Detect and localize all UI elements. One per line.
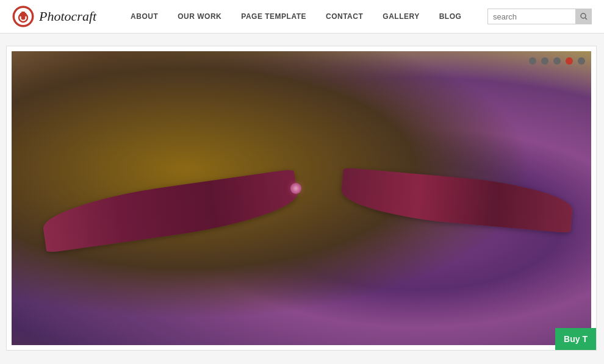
nav-item-our-work[interactable]: Our Work — [168, 12, 231, 21]
slide-background — [12, 51, 591, 345]
svg-point-6 — [581, 13, 586, 18]
nav-item-contact[interactable]: Contact — [316, 12, 373, 21]
flower-bud — [290, 183, 301, 194]
nav-item-gallery[interactable]: Gallery — [373, 12, 429, 21]
leaf-right — [339, 168, 574, 234]
main-content: Buy T — [0, 34, 604, 363]
slide-image — [12, 51, 591, 345]
leaf-left — [40, 169, 300, 253]
logo-icon — [12, 5, 34, 27]
svg-line-7 — [585, 18, 587, 20]
search-icon — [580, 13, 588, 20]
slide-dot-5[interactable] — [578, 57, 585, 65]
logo-link[interactable]: Photocraft — [12, 5, 96, 27]
slide-dot-2[interactable] — [541, 57, 548, 65]
site-header: Photocraft About Our Work Page Template … — [0, 0, 604, 34]
main-nav: About Our Work Page Template Contact Gal… — [121, 12, 487, 21]
search-area — [487, 9, 592, 24]
nav-item-blog[interactable]: Blog — [430, 12, 472, 21]
slide-dot-1[interactable] — [529, 57, 536, 65]
logo-text: Photocraft — [39, 9, 96, 24]
svg-rect-5 — [21, 12, 25, 13]
hero-slider: Buy T — [6, 46, 597, 351]
slide-dot-4[interactable] — [566, 57, 573, 65]
slide-dot-3[interactable] — [553, 57, 561, 65]
nav-item-about[interactable]: About — [121, 12, 168, 21]
buy-button[interactable]: Buy T — [555, 328, 596, 350]
nav-item-page-template[interactable]: Page Template — [231, 12, 316, 21]
slider-dots — [529, 57, 585, 65]
search-input[interactable] — [487, 9, 576, 24]
search-button[interactable] — [576, 9, 592, 24]
